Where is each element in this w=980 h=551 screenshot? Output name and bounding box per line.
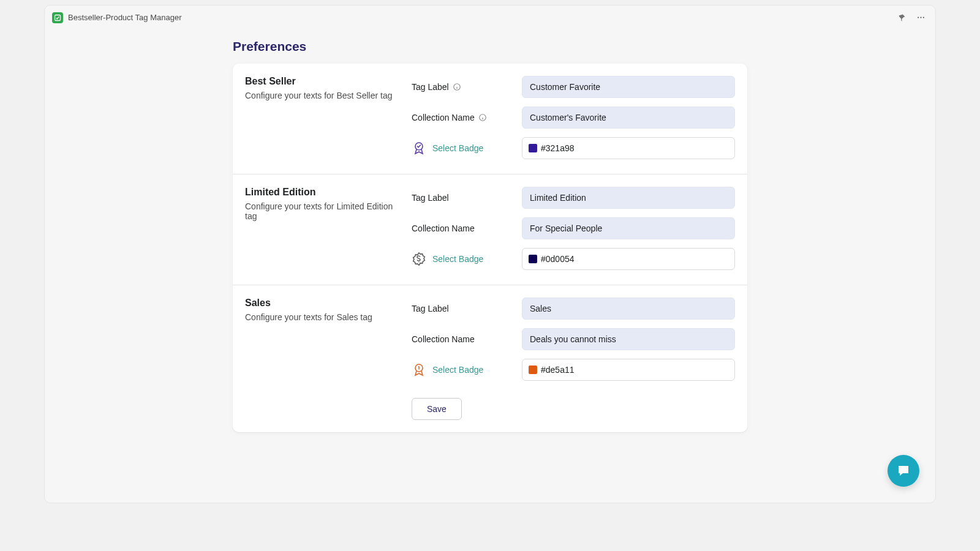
- tag-label-label: Tag Label: [412, 193, 449, 203]
- select-badge-link[interactable]: Select Badge: [412, 141, 512, 156]
- collection-name-row: Collection Name: [412, 107, 735, 129]
- tag-label-input[interactable]: [522, 187, 735, 209]
- color-input[interactable]: #321a98: [522, 137, 735, 159]
- collection-name-input[interactable]: [522, 328, 735, 350]
- tag-label-input[interactable]: [522, 298, 735, 320]
- section-desc: Configure your texts for Sales tag: [245, 312, 399, 322]
- badge-row: Select Badge #de5a11: [412, 359, 735, 381]
- color-hex: #de5a11: [541, 365, 575, 375]
- select-badge-link[interactable]: Select Badge: [412, 362, 512, 377]
- app-title: Bestseller-Product Tag Manager: [68, 13, 181, 22]
- section-title: Best Seller: [245, 76, 399, 87]
- app-frame: Bestseller-Product Tag Manager Preferenc…: [44, 5, 936, 503]
- collection-name-input[interactable]: [522, 107, 735, 129]
- tag-label-row: Tag Label: [412, 187, 735, 209]
- pin-icon[interactable]: [895, 10, 909, 24]
- section-sales: Sales Configure your texts for Sales tag…: [233, 285, 747, 395]
- chat-icon: [896, 463, 911, 478]
- section-desc: Configure your texts for Limited Edition…: [245, 201, 399, 221]
- badge-dollar-icon: [412, 252, 426, 266]
- topbar: Bestseller-Product Tag Manager: [45, 6, 935, 29]
- select-badge-link[interactable]: Select Badge: [412, 252, 512, 266]
- collection-name-input[interactable]: [522, 217, 735, 239]
- badge-row: Select Badge #0d0054: [412, 248, 735, 270]
- tag-label-row: Tag Label: [412, 76, 735, 98]
- svg-point-1: [918, 17, 919, 18]
- app-icon: [52, 12, 63, 23]
- color-swatch: [529, 255, 537, 263]
- collection-name-label: Collection Name: [412, 223, 475, 233]
- more-icon[interactable]: [914, 10, 928, 24]
- section-best-seller: Best Seller Configure your texts for Bes…: [233, 64, 747, 174]
- color-swatch: [529, 144, 537, 152]
- select-badge-label: Select Badge: [432, 365, 483, 375]
- color-input[interactable]: #de5a11: [522, 359, 735, 381]
- badge-row: Select Badge #321a98: [412, 137, 735, 159]
- section-title: Sales: [245, 298, 399, 309]
- tag-label-label: Tag Label: [412, 304, 449, 313]
- collection-name-label: Collection Name: [412, 113, 475, 122]
- page-title: Preferences: [233, 39, 747, 54]
- badge-one-icon: [412, 362, 426, 377]
- save-button[interactable]: Save: [412, 398, 462, 420]
- info-icon[interactable]: [478, 113, 487, 122]
- preferences-card: Best Seller Configure your texts for Bes…: [233, 64, 747, 432]
- color-hex: #0d0054: [541, 254, 575, 264]
- color-hex: #321a98: [541, 143, 575, 153]
- color-swatch: [529, 365, 537, 374]
- section-title: Limited Edition: [245, 187, 399, 198]
- badge-ribbon-icon: [412, 141, 426, 156]
- svg-point-2: [920, 17, 921, 18]
- content: Preferences Best Seller Configure your t…: [233, 39, 747, 432]
- collection-name-label: Collection Name: [412, 334, 475, 344]
- collection-name-row: Collection Name: [412, 328, 735, 350]
- tag-label-row: Tag Label: [412, 298, 735, 320]
- tag-label-input[interactable]: [522, 76, 735, 98]
- tag-label-label: Tag Label: [412, 82, 449, 92]
- svg-point-3: [923, 17, 924, 18]
- save-row: Save: [233, 395, 747, 432]
- color-input[interactable]: #0d0054: [522, 248, 735, 270]
- info-icon[interactable]: [453, 83, 461, 91]
- chat-fab[interactable]: [888, 455, 919, 487]
- section-limited-edition: Limited Edition Configure your texts for…: [233, 174, 747, 285]
- collection-name-row: Collection Name: [412, 217, 735, 239]
- select-badge-label: Select Badge: [432, 143, 483, 153]
- section-desc: Configure your texts for Best Seller tag: [245, 91, 399, 100]
- select-badge-label: Select Badge: [432, 254, 483, 264]
